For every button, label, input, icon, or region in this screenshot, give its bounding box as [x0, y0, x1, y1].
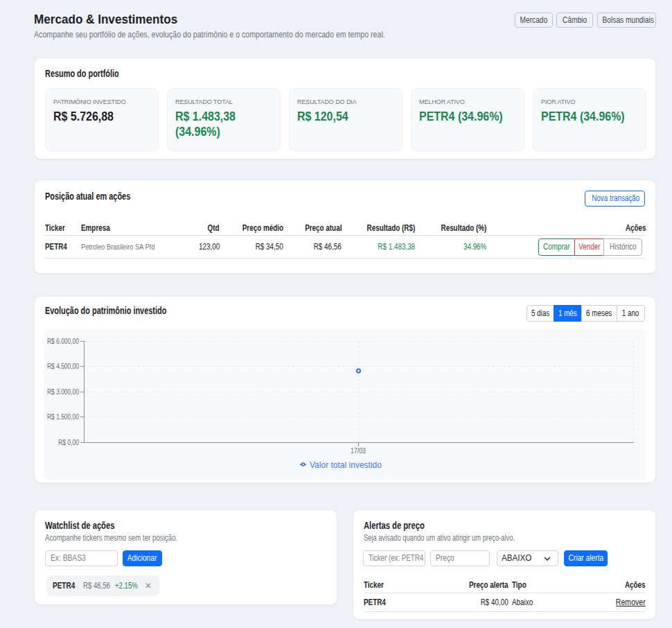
svg-text:R$ 3.000,00: R$ 3.000,00: [47, 388, 79, 396]
svg-text:R$ 0,00: R$ 0,00: [58, 439, 79, 446]
svg-text:R$ 1.500,00: R$ 1.500,00: [47, 413, 79, 421]
svg-text:17/03: 17/03: [351, 447, 366, 455]
svg-text:R$ 6.000,00: R$ 6.000,00: [47, 338, 79, 345]
svg-text:R$ 4.500,00: R$ 4.500,00: [47, 363, 79, 370]
svg-text:Valor total investido: Valor total investido: [310, 460, 382, 470]
